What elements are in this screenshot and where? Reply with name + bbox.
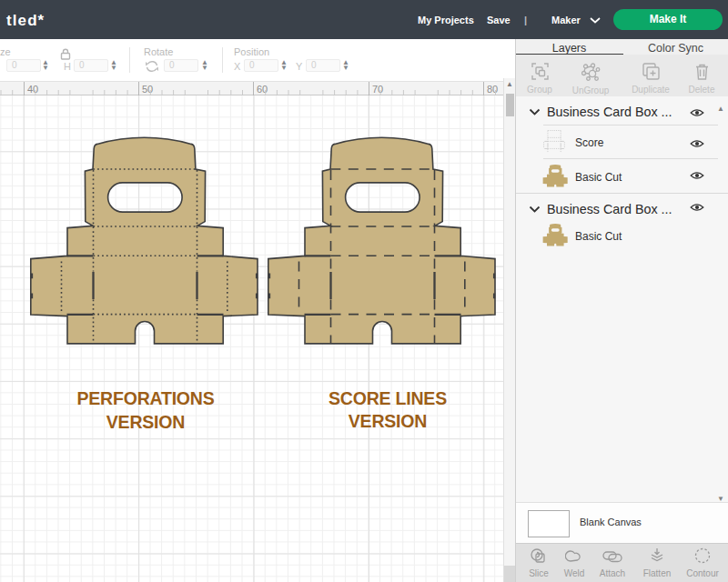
svg-text:SCORE LINES: SCORE LINES bbox=[329, 388, 447, 408]
svg-text:VERSION: VERSION bbox=[106, 412, 185, 432]
svg-text:PERFORATIONS: PERFORATIONS bbox=[76, 388, 214, 408]
svg-text:VERSION: VERSION bbox=[349, 411, 427, 431]
